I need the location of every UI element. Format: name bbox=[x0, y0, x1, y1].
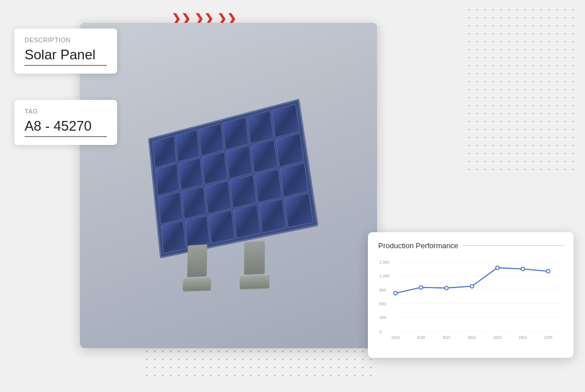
chart-title-text: Production Performance bbox=[378, 241, 458, 250]
panel-cells bbox=[150, 101, 316, 257]
svg-text:900: 900 bbox=[379, 288, 386, 293]
description-card: Description Solar Panel bbox=[14, 29, 117, 74]
panel-cell bbox=[158, 192, 183, 224]
arrows-top: ❯❯ ❯❯ ❯❯ bbox=[171, 13, 237, 24]
panel-cell bbox=[246, 110, 274, 144]
svg-text:600: 600 bbox=[379, 302, 386, 306]
description-value: Solar Panel bbox=[25, 47, 107, 66]
arrow-chevron-1: ❯❯ bbox=[171, 13, 191, 24]
data-point-2021 bbox=[444, 286, 448, 290]
panel-cell bbox=[155, 163, 180, 196]
panel-cell bbox=[178, 157, 203, 191]
panel-cell bbox=[184, 215, 210, 249]
data-point-2020 bbox=[419, 286, 423, 289]
panel-cell bbox=[226, 146, 253, 179]
panel-cell bbox=[258, 199, 287, 233]
panel-cell bbox=[271, 104, 300, 138]
svg-text:1,500: 1,500 bbox=[379, 260, 390, 265]
panel-cell bbox=[198, 123, 225, 156]
panel-cell bbox=[250, 139, 278, 173]
svg-text:300: 300 bbox=[379, 316, 386, 320]
chart-line bbox=[395, 268, 548, 293]
panel-cell bbox=[229, 175, 257, 208]
panel-cell bbox=[209, 210, 235, 244]
main-image-card bbox=[80, 23, 377, 348]
panel-cell bbox=[205, 180, 232, 214]
panel-cell bbox=[280, 163, 309, 197]
svg-text:2024: 2024 bbox=[519, 336, 527, 340]
chart-area: 1,500 1,200 900 600 300 0 2019 2020 2021… bbox=[378, 257, 563, 345]
panel-cell bbox=[233, 204, 261, 239]
data-point-2019 bbox=[394, 292, 397, 295]
svg-text:2022: 2022 bbox=[468, 336, 476, 340]
data-point-2022 bbox=[470, 285, 474, 288]
svg-text:2019: 2019 bbox=[391, 336, 400, 340]
arrow-chevron-2: ❯❯ bbox=[194, 13, 214, 24]
tag-card: TAG A8 - 45270 bbox=[14, 100, 117, 145]
panel-cell bbox=[254, 169, 283, 203]
svg-text:0: 0 bbox=[379, 330, 382, 334]
svg-text:2023: 2023 bbox=[493, 336, 502, 340]
chart-title-container: Production Performance bbox=[378, 241, 563, 250]
svg-text:2020: 2020 bbox=[417, 336, 426, 340]
data-point-2025 bbox=[547, 269, 550, 273]
svg-text:2021: 2021 bbox=[442, 336, 451, 340]
panel-stand-left bbox=[186, 244, 211, 292]
chart-card: Production Performance 1,500 1,200 900 6… bbox=[368, 232, 574, 358]
svg-text:1,200: 1,200 bbox=[379, 274, 390, 278]
arrow-chevron-3: ❯❯ bbox=[217, 13, 237, 24]
tag-value: A8 - 45270 bbox=[25, 118, 107, 137]
solar-panel-scene bbox=[80, 23, 377, 348]
data-point-2023 bbox=[496, 266, 499, 269]
panel-cell bbox=[275, 133, 304, 167]
panel-stands bbox=[171, 240, 286, 292]
svg-text:2025: 2025 bbox=[544, 336, 552, 340]
tag-label: TAG bbox=[25, 108, 107, 115]
panel-cell bbox=[175, 130, 200, 162]
solar-panel-grid bbox=[148, 99, 318, 258]
panel-cell bbox=[152, 135, 177, 168]
description-label: Description bbox=[25, 37, 107, 43]
panel-stand-right bbox=[243, 241, 269, 289]
panel-cell bbox=[202, 152, 228, 185]
data-point-2024 bbox=[521, 267, 524, 270]
solar-panel-wrapper bbox=[139, 92, 324, 283]
panel-cell bbox=[222, 117, 249, 150]
chart-svg: 1,500 1,200 900 600 300 0 2019 2020 2021… bbox=[378, 257, 563, 345]
chart-title-line bbox=[463, 245, 563, 246]
dot-grid-top-right bbox=[465, 6, 579, 177]
panel-cell bbox=[181, 186, 207, 219]
panel-cell bbox=[284, 193, 314, 228]
